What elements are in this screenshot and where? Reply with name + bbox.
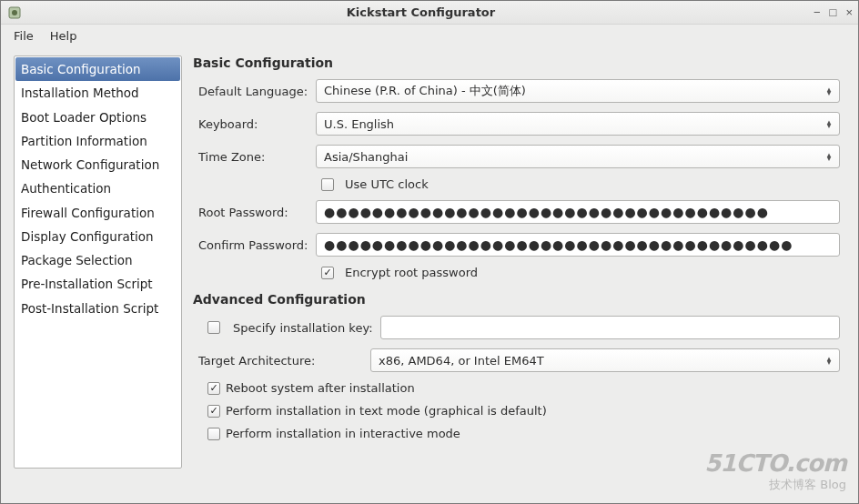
interactive-label: Perform installation in interactive mode xyxy=(226,427,460,440)
sidebar-item-partition-information[interactable]: Partition Information xyxy=(15,129,180,153)
use-utc-checkbox[interactable] xyxy=(321,178,334,191)
time-zone-combo[interactable]: Asia/Shanghai ▴▾ xyxy=(316,145,840,168)
confirm-password-input[interactable]: ●●●●●●●●●●●●●●●●●●●●●●●●●●●●●●●●●●●●●●● xyxy=(316,233,840,257)
sidebar-item-installation-method[interactable]: Installation Method xyxy=(15,81,180,105)
default-language-combo[interactable]: Chinese (P.R. of China) - 中文(简体) ▴▾ xyxy=(316,79,840,103)
menu-help[interactable]: Help xyxy=(43,27,85,45)
specify-key-checkbox[interactable] xyxy=(207,321,220,334)
main-panel: Basic Configuration Default Language: Ch… xyxy=(193,55,845,492)
root-password-input[interactable]: ●●●●●●●●●●●●●●●●●●●●●●●●●●●●●●●●●●●●● xyxy=(316,200,840,224)
app-icon xyxy=(6,5,23,21)
menu-file[interactable]: File xyxy=(6,27,41,45)
application-window: Kickstart Configurator − □ × File Help B… xyxy=(0,0,859,504)
sidebar-item-pre-installation-script[interactable]: Pre-Installation Script xyxy=(15,272,180,296)
sidebar: Basic Configuration Installation Method … xyxy=(14,55,182,469)
root-password-value: ●●●●●●●●●●●●●●●●●●●●●●●●●●●●●●●●●●●●● xyxy=(324,205,769,219)
target-architecture-combo[interactable]: x86, AMD64, or Intel EM64T ▴▾ xyxy=(370,348,840,372)
text-mode-label: Perform installation in text mode (graph… xyxy=(226,404,547,418)
root-password-label: Root Password: xyxy=(193,206,316,219)
keyboard-combo[interactable]: U.S. English ▴▾ xyxy=(316,112,840,136)
specify-key-input[interactable] xyxy=(380,316,840,339)
encrypt-root-label: Encrypt root password xyxy=(345,266,478,279)
time-zone-label: Time Zone: xyxy=(193,150,316,164)
encrypt-root-checkbox[interactable] xyxy=(321,267,334,279)
specify-key-label: Specify installation key: xyxy=(233,321,373,335)
keyboard-label: Keyboard: xyxy=(193,117,316,131)
chevron-updown-icon: ▴▾ xyxy=(823,357,835,365)
text-mode-checkbox[interactable] xyxy=(207,405,220,418)
use-utc-label: Use UTC clock xyxy=(345,177,429,191)
minimize-button[interactable]: − xyxy=(814,5,821,19)
confirm-password-value: ●●●●●●●●●●●●●●●●●●●●●●●●●●●●●●●●●●●●●●● xyxy=(324,237,793,252)
default-language-value: Chinese (P.R. of China) - 中文(简体) xyxy=(324,83,823,99)
target-architecture-label: Target Architecture: xyxy=(193,354,370,368)
sidebar-item-basic-configuration[interactable]: Basic Configuration xyxy=(15,57,180,81)
svg-point-1 xyxy=(12,10,17,15)
chevron-updown-icon: ▴▾ xyxy=(823,120,835,128)
time-zone-value: Asia/Shanghai xyxy=(324,150,823,164)
menubar: File Help xyxy=(1,25,858,46)
titlebar: Kickstart Configurator − □ × xyxy=(1,1,858,25)
chevron-updown-icon: ▴▾ xyxy=(823,153,835,161)
default-language-label: Default Language: xyxy=(193,85,316,98)
sidebar-item-boot-loader-options[interactable]: Boot Loader Options xyxy=(15,106,180,129)
target-architecture-value: x86, AMD64, or Intel EM64T xyxy=(379,354,823,368)
confirm-password-label: Confirm Password: xyxy=(193,238,316,252)
content-area: Basic Configuration Installation Method … xyxy=(1,46,858,503)
sidebar-item-authentication[interactable]: Authentication xyxy=(15,176,180,200)
sidebar-item-network-configuration[interactable]: Network Configuration xyxy=(15,153,180,176)
chevron-updown-icon: ▴▾ xyxy=(823,87,835,96)
interactive-checkbox[interactable] xyxy=(207,428,220,440)
reboot-checkbox[interactable] xyxy=(207,382,220,395)
basic-configuration-heading: Basic Configuration xyxy=(193,55,840,70)
window-title: Kickstart Configurator xyxy=(28,5,814,19)
keyboard-value: U.S. English xyxy=(324,117,823,131)
close-button[interactable]: × xyxy=(845,5,853,19)
advanced-configuration-heading: Advanced Configuration xyxy=(193,292,840,307)
sidebar-item-firewall-configuration[interactable]: Firewall Configuration xyxy=(15,201,180,225)
sidebar-item-display-configuration[interactable]: Display Configuration xyxy=(15,225,180,248)
sidebar-item-package-selection[interactable]: Package Selection xyxy=(15,248,180,272)
maximize-button[interactable]: □ xyxy=(830,5,837,19)
sidebar-item-post-installation-script[interactable]: Post-Installation Script xyxy=(15,297,180,320)
reboot-label: Reboot system after installation xyxy=(226,381,415,395)
